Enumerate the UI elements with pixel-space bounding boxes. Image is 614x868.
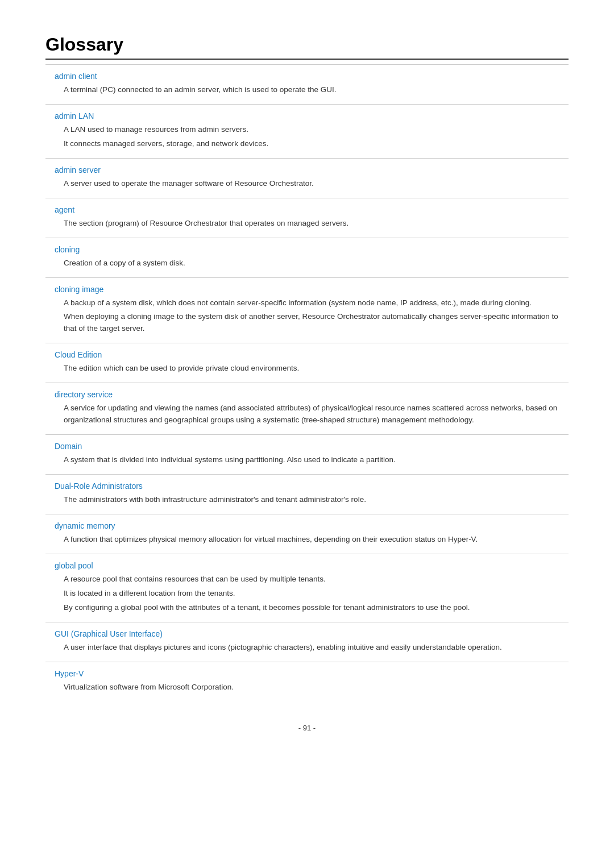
term-title-domain: Domain — [45, 442, 569, 451]
term-body-global-pool: A resource pool that contains resources … — [45, 574, 569, 614]
term-paragraph: A backup of a system disk, which does no… — [64, 297, 564, 309]
term-body-dynamic-memory: A function that optimizes physical memor… — [45, 534, 569, 546]
term-paragraph: When deploying a cloning image to the sy… — [64, 311, 564, 335]
term-paragraph: The administrators with both infrastruct… — [64, 494, 564, 506]
glossary-section-domain: DomainA system that is divided into indi… — [45, 434, 569, 474]
glossary-section-agent: agentThe section (program) of Resource O… — [45, 198, 569, 238]
page-title: Glossary — [45, 34, 569, 60]
term-paragraph: A system that is divided into individual… — [64, 454, 564, 466]
term-body-dual-role-administrators: The administrators with both infrastruct… — [45, 494, 569, 506]
term-paragraph: The section (program) of Resource Orches… — [64, 218, 564, 230]
term-paragraph: A function that optimizes physical memor… — [64, 534, 564, 546]
term-paragraph: A resource pool that contains resources … — [64, 574, 564, 585]
glossary-section-global-pool: global poolA resource pool that contains… — [45, 554, 569, 622]
term-body-agent: The section (program) of Resource Orches… — [45, 218, 569, 230]
term-title-dynamic-memory: dynamic memory — [45, 521, 569, 530]
glossary-section-admin-server: admin serverA server used to operate the… — [45, 158, 569, 198]
term-body-cloud-edition: The edition which can be used to provide… — [45, 363, 569, 375]
term-paragraph: A LAN used to manage resources from admi… — [64, 124, 564, 136]
term-paragraph: It is located in a different location fr… — [64, 588, 564, 600]
glossary-section-cloning-image: cloning imageA backup of a system disk, … — [45, 277, 569, 343]
glossary-section-directory-service: directory serviceA service for updating … — [45, 383, 569, 434]
glossary-section-cloud-edition: Cloud EditionThe edition which can be us… — [45, 343, 569, 383]
term-paragraph: It connects managed servers, storage, an… — [64, 138, 564, 150]
term-title-admin-lan: admin LAN — [45, 111, 569, 121]
term-title-admin-server: admin server — [45, 165, 569, 175]
glossary-section-dual-role-administrators: Dual-Role AdministratorsThe administrato… — [45, 474, 569, 514]
term-title-agent: agent — [45, 205, 569, 214]
term-paragraph: Virtualization software from Microsoft C… — [64, 682, 564, 693]
term-title-cloning-image: cloning image — [45, 285, 569, 294]
term-body-gui: A user interface that displays pictures … — [45, 642, 569, 654]
glossary-section-hyper-v: Hyper-VVirtualization software from Micr… — [45, 662, 569, 701]
term-paragraph: Creation of a copy of a system disk. — [64, 258, 564, 269]
term-paragraph: The edition which can be used to provide… — [64, 363, 564, 375]
term-paragraph: A service for updating and viewing the n… — [64, 402, 564, 426]
term-title-dual-role-administrators: Dual-Role Administrators — [45, 481, 569, 491]
term-body-domain: A system that is divided into individual… — [45, 454, 569, 466]
term-body-directory-service: A service for updating and viewing the n… — [45, 402, 569, 426]
term-body-admin-server: A server used to operate the manager sof… — [45, 178, 569, 190]
term-body-hyper-v: Virtualization software from Microsoft C… — [45, 682, 569, 693]
term-title-hyper-v: Hyper-V — [45, 669, 569, 678]
term-paragraph: By configuring a global pool with the at… — [64, 602, 564, 614]
term-body-cloning: Creation of a copy of a system disk. — [45, 258, 569, 269]
term-title-cloud-edition: Cloud Edition — [45, 350, 569, 359]
term-paragraph: A terminal (PC) connected to an admin se… — [64, 84, 564, 96]
term-title-global-pool: global pool — [45, 561, 569, 570]
page-footer: - 91 - — [45, 724, 569, 732]
term-title-admin-client: admin client — [45, 72, 569, 81]
term-body-admin-client: A terminal (PC) connected to an admin se… — [45, 84, 569, 96]
term-body-cloning-image: A backup of a system disk, which does no… — [45, 297, 569, 335]
term-paragraph: A user interface that displays pictures … — [64, 642, 564, 654]
glossary-section-cloning: cloningCreation of a copy of a system di… — [45, 238, 569, 277]
glossary-section-gui: GUI (Graphical User Interface)A user int… — [45, 622, 569, 662]
term-title-directory-service: directory service — [45, 390, 569, 399]
term-body-admin-lan: A LAN used to manage resources from admi… — [45, 124, 569, 150]
term-title-gui: GUI (Graphical User Interface) — [45, 629, 569, 638]
glossary-section-admin-lan: admin LANA LAN used to manage resources … — [45, 104, 569, 158]
term-title-cloning: cloning — [45, 245, 569, 254]
glossary-section-admin-client: admin clientA terminal (PC) connected to… — [45, 64, 569, 104]
term-paragraph: A server used to operate the manager sof… — [64, 178, 564, 190]
glossary-section-dynamic-memory: dynamic memoryA function that optimizes … — [45, 514, 569, 554]
